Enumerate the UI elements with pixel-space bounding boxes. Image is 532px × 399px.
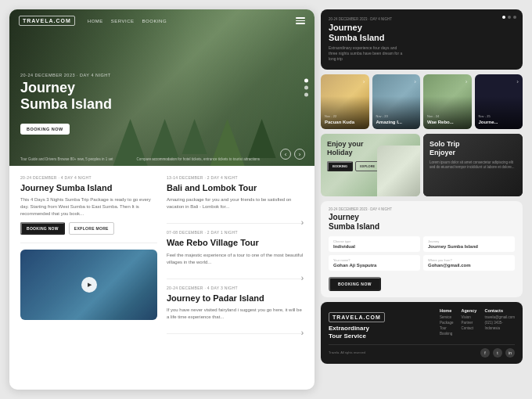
hero-title-line2: Sumba Island <box>20 96 112 112</box>
footer-col-2: Contacts travela@gmail.com (021) 3435- I… <box>484 308 515 340</box>
left-panel: TRAVELA.COM HOME SERVICE BOOKING 20-24 D… <box>9 9 315 390</box>
prev-dot[interactable]: ‹ <box>280 149 291 160</box>
dark-dot-1 <box>502 16 505 19</box>
form-field-1[interactable]: Journey Journey Sumba Island <box>423 236 515 252</box>
tour-4-desc: If you have never visited fairyland i su… <box>167 307 304 321</box>
navbar: TRAVELA.COM HOME SERVICE BOOKING <box>9 9 315 32</box>
tour-2-title: Bali and Lombok Tour <box>167 182 304 193</box>
tour-4-arrow[interactable]: › <box>301 329 304 337</box>
footer-tagline: Extraordinary Tour Service <box>329 325 433 340</box>
footer-social: f t in <box>480 348 515 358</box>
hero-info-left: Tour Guide and Drivers Browse 80+ new, 5… <box>20 157 113 161</box>
tour-card-3-overlay: Nov - 24 Wae Rebo... <box>423 74 472 129</box>
content-grid: 20-24 DECEMBER · 4 DAY 4 NIGHT Journey S… <box>20 175 304 337</box>
hero-bottom-info: Tour Guide and Drivers Browse 80+ new, 5… <box>20 157 260 161</box>
dark-dot-2 <box>508 16 511 19</box>
form-value-0: Individual <box>333 244 415 249</box>
social-twitter[interactable]: t <box>493 348 502 358</box>
tc-4-arrow: › <box>516 78 519 85</box>
tour-card-2[interactable]: Nov - 23 Amazing I... › <box>372 74 421 129</box>
form-label-1: Journey <box>428 239 510 243</box>
footer-col-2-item-1: (021) 3435- <box>484 321 515 325</box>
tour-1-date: 20-24 DECEMBER · 4 DAY 4 NIGHT <box>20 175 157 180</box>
tour-1-explore-btn[interactable]: EXPLORE MORE <box>69 222 114 235</box>
tour-1-title: Journey Sumba Island <box>20 182 157 193</box>
tour-card-3[interactable]: Nov - 24 Wae Rebo... › <box>423 74 472 129</box>
footer-col-1-item-0: Vision <box>462 315 477 319</box>
tc-1-date: Nov - 22 <box>325 114 365 118</box>
dark-hero-date: 20-24 DECEMBER 2023 · DAY 4 NIGHT <box>329 17 515 21</box>
dark-dot-3 <box>513 16 516 19</box>
hero-booking-button[interactable]: BOOKING NOW <box>20 124 70 135</box>
form-date: 20-24 DECEMBER 2023 · DAY 4 NIGHT <box>329 207 515 211</box>
tc-1-title: Pacuan Kuda <box>325 120 365 125</box>
tour-2-date: 13-14 DECEMBER · 2 DAY 4 NIGHT <box>167 175 304 180</box>
footer-logo: TRAVELA.COM <box>329 312 385 322</box>
tour-image <box>20 250 157 320</box>
footer-copyright: Travela. All rights reserved <box>329 350 365 354</box>
form-title: Journey Sumba Island <box>329 213 515 232</box>
social-dot-1 <box>304 79 308 83</box>
social-linkedin[interactable]: in <box>505 348 515 358</box>
tc-3-title: Wae Rebo... <box>427 120 468 125</box>
tc-4-title: Journe... <box>479 120 519 125</box>
social-facebook[interactable]: f <box>480 348 490 358</box>
solo-title: Solo Trip Enjoyer <box>430 140 516 157</box>
content-section: 20-24 DECEMBER · 4 DAY 4 NIGHT Journey S… <box>9 166 315 347</box>
form-label-2: Your name? <box>333 258 415 262</box>
solo-desc: Lorem ipsum dolor sit amet consectetur a… <box>430 160 516 171</box>
footer-col-1-item-2: Contact <box>462 326 477 330</box>
tour-item-1: 20-24 DECEMBER · 4 DAY 4 NIGHT Journey S… <box>20 175 157 243</box>
tc-3-arrow: › <box>466 78 468 85</box>
dark-hero-desc: Extraordinary experience four days and t… <box>329 45 407 62</box>
footer-col-2-title: Contacts <box>484 308 515 313</box>
hero-social-dots <box>304 79 308 97</box>
form-label-0: Choose type <box>333 239 415 243</box>
footer-col-0-item-3: Booking <box>440 332 454 336</box>
form-field-0[interactable]: Choose type Individual <box>329 236 420 252</box>
tour-card-2-overlay: Nov - 23 Amazing I... <box>372 74 421 129</box>
form-grid: Choose type Individual Journey Journey S… <box>329 236 515 271</box>
hamburger-menu[interactable] <box>296 17 305 24</box>
social-dot-3 <box>304 93 308 97</box>
tour-card-1-overlay: Nov - 22 Pacuan Kuda <box>321 74 369 129</box>
nav-links: HOME SERVICE BOOKING <box>88 19 167 23</box>
holiday-image <box>377 146 420 196</box>
tc-4-date: Nov - 25 <box>479 114 519 118</box>
holiday-explore-btn[interactable]: EXPLORE <box>355 161 379 171</box>
tour-3-arrow[interactable]: › <box>301 274 304 282</box>
hero-nav-dots[interactable]: ‹ › <box>280 149 305 160</box>
form-field-2[interactable]: Your name? Gohan Aji Syaputra <box>329 255 420 271</box>
tour-card-1[interactable]: Nov - 22 Pacuan Kuda › <box>321 74 369 129</box>
nav-logo: TRAVELA.COM <box>19 16 75 26</box>
tour-1-book-btn[interactable]: BOOKING NOW <box>20 222 65 235</box>
dark-hero-card: 20-24 DECEMBER 2023 · DAY 4 NIGHT Journe… <box>321 9 523 70</box>
form-section: 20-24 DECEMBER 2023 · DAY 4 NIGHT Journe… <box>321 201 523 297</box>
footer-col-2-item-2: Indonesia <box>484 326 515 330</box>
hero-content: 20-24 DECEMBER 2023 · DAY 4 NIGHT Journe… <box>20 73 112 135</box>
form-value-1: Journey Sumba Island <box>428 244 510 249</box>
nav-booking[interactable]: BOOKING <box>142 19 167 23</box>
holiday-book-btn[interactable]: BOOKING <box>327 161 353 171</box>
footer-top: TRAVELA.COM Extraordinary Tour Service H… <box>329 308 515 340</box>
footer-col-0-item-2: Tour <box>440 326 454 330</box>
footer-col-1-title: Agency <box>462 308 477 313</box>
form-value-3: Gohan@gmail.com <box>428 263 510 268</box>
nav-home[interactable]: HOME <box>88 19 103 23</box>
tc-2-title: Amazing I... <box>376 120 417 125</box>
footer-col-0-title: Home <box>440 308 454 313</box>
form-field-3[interactable]: Where you from? Gohan@gmail.com <box>423 255 515 271</box>
play-button[interactable] <box>81 277 97 293</box>
tour-4-date: 20-24 DECEMBER · 4 DAY 3 NIGHT <box>167 286 304 290</box>
tour-card-4[interactable]: Nov - 25 Journe... › <box>475 74 523 129</box>
tc-2-arrow: › <box>414 78 416 85</box>
tour-card-4-overlay: Nov - 25 Journe... <box>475 74 523 129</box>
dark-hero-title: Journey Sumba Island <box>329 23 515 43</box>
tour-item-3: 07-08 DECEMBER · 2 DAY 1 NIGHT Wae Rebo … <box>167 230 304 279</box>
nav-service[interactable]: SERVICE <box>111 19 135 23</box>
tour-2-arrow[interactable]: › <box>301 218 304 227</box>
next-dot[interactable]: › <box>294 149 305 160</box>
tour-1-desc: This 4 Days 3 Nights Sumba Trip Package … <box>20 196 157 217</box>
form-label-3: Where you from? <box>428 258 510 262</box>
form-book-btn[interactable]: BOOKING NOW <box>329 277 381 291</box>
